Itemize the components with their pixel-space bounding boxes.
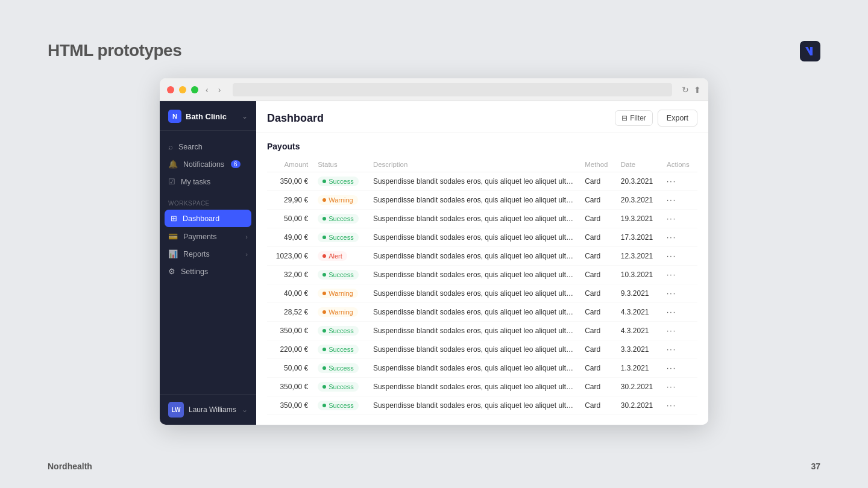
- table-row: 49,00 € Success Suspendisse blandit soda…: [267, 228, 697, 247]
- col-header-method: Method: [580, 157, 616, 172]
- forward-button[interactable]: ›: [216, 84, 224, 96]
- export-button[interactable]: Export: [658, 110, 697, 127]
- header-actions: ⊟ Filter Export: [615, 110, 697, 127]
- search-label: Search: [178, 143, 203, 151]
- cell-method: Card: [580, 340, 616, 359]
- cell-method: Card: [580, 210, 616, 228]
- cell-amount: 49,00 €: [267, 228, 313, 247]
- filter-label: Filter: [630, 114, 646, 122]
- table-row: 29,90 € Warning Suspendisse blandit soda…: [267, 191, 697, 210]
- cell-status: Alert: [313, 247, 368, 266]
- status-badge: Warning: [318, 307, 358, 317]
- cell-status: Warning: [313, 303, 368, 322]
- workspace-section-label: Workspace: [160, 193, 256, 209]
- row-actions-button[interactable]: ···: [662, 378, 697, 396]
- sidebar-item-reports[interactable]: 📊 Reports ›: [160, 245, 256, 263]
- user-chevron-icon: ⌄: [242, 405, 248, 414]
- traffic-light-red[interactable]: [167, 86, 174, 93]
- status-dot-icon: [322, 329, 326, 333]
- main-header: Dashboard ⊟ Filter Export: [256, 101, 708, 133]
- filter-icon: ⊟: [621, 114, 627, 122]
- sidebar-item-payments[interactable]: 💳 Payments ›: [160, 228, 256, 245]
- status-badge: Alert: [318, 251, 347, 261]
- sidebar-item-settings[interactable]: ⚙ Settings: [160, 263, 256, 280]
- cell-method: Card: [580, 172, 616, 191]
- row-actions-button[interactable]: ···: [662, 340, 697, 359]
- cell-description: Suspendisse blandit sodales eros, quis a…: [368, 340, 580, 359]
- status-badge: Success: [318, 345, 359, 354]
- status-dot-icon: [322, 366, 326, 370]
- cell-date: 3.3.2021: [616, 340, 662, 359]
- cell-amount: 50,00 €: [267, 359, 313, 378]
- dashboard-icon: ⊞: [171, 214, 177, 223]
- traffic-light-green[interactable]: [191, 86, 198, 93]
- status-badge: Success: [318, 214, 359, 224]
- clinic-name: Bath Clinic: [186, 112, 227, 121]
- back-button[interactable]: ‹: [203, 84, 211, 96]
- row-actions-button[interactable]: ···: [662, 210, 697, 228]
- cell-description: Suspendisse blandit sodales eros, quis a…: [368, 303, 580, 322]
- row-actions-button[interactable]: ···: [662, 322, 697, 340]
- row-actions-button[interactable]: ···: [662, 303, 697, 322]
- cell-amount: 350,00 €: [267, 322, 313, 340]
- status-badge: Warning: [318, 289, 358, 298]
- payouts-table: Amount Status Description Method Date Ac…: [267, 157, 697, 415]
- notifications-label: Notifications: [183, 160, 224, 169]
- status-dot-icon: [322, 292, 326, 295]
- status-dot-icon: [322, 273, 326, 277]
- row-actions-button[interactable]: ···: [662, 266, 697, 284]
- status-badge: Success: [318, 177, 359, 186]
- row-actions-button[interactable]: ···: [662, 396, 697, 415]
- cell-method: Card: [580, 228, 616, 247]
- clinic-chevron-icon[interactable]: ⌄: [242, 112, 248, 120]
- sidebar-header: N Bath Clinic ⌄: [160, 101, 256, 131]
- table-section: Payouts Amount Status Description Method…: [256, 133, 708, 425]
- row-actions-button[interactable]: ···: [662, 191, 697, 210]
- cell-description: Suspendisse blandit sodales eros, quis a…: [368, 322, 580, 340]
- sidebar-item-my-tasks[interactable]: ☑ My tasks: [160, 173, 256, 190]
- my-tasks-label: My tasks: [181, 178, 210, 186]
- status-dot-icon: [322, 198, 326, 202]
- cell-amount: 29,90 €: [267, 191, 313, 210]
- footer-page-num: 37: [811, 461, 820, 471]
- user-profile[interactable]: LW Laura Williams ⌄: [160, 394, 256, 425]
- table-row: 50,00 € Success Suspendisse blandit soda…: [267, 210, 697, 228]
- row-actions-button[interactable]: ···: [662, 172, 697, 191]
- cell-date: 10.3.2021: [616, 266, 662, 284]
- cell-description: Suspendisse blandit sodales eros, quis a…: [368, 359, 580, 378]
- cell-status: Warning: [313, 284, 368, 303]
- sidebar-item-notifications[interactable]: 🔔 Notifications 6: [160, 155, 256, 173]
- col-header-actions: Actions: [662, 157, 697, 172]
- url-bar[interactable]: [233, 83, 672, 96]
- reports-chevron-icon: ›: [245, 251, 248, 258]
- row-actions-button[interactable]: ···: [662, 284, 697, 303]
- cell-status: Success: [313, 378, 368, 396]
- cell-date: 9.3.2021: [616, 284, 662, 303]
- row-actions-button[interactable]: ···: [662, 228, 697, 247]
- sidebar-item-dashboard[interactable]: ⊞ Dashboard: [165, 210, 251, 227]
- page-title: Dashboard: [267, 112, 324, 125]
- traffic-light-yellow[interactable]: [179, 86, 186, 93]
- payments-chevron-icon: ›: [245, 233, 248, 240]
- cell-method: Card: [580, 359, 616, 378]
- status-badge: Success: [318, 270, 359, 280]
- status-dot-icon: [322, 254, 326, 258]
- cell-description: Suspendisse blandit sodales eros, quis a…: [368, 210, 580, 228]
- share-icon[interactable]: ⬆: [694, 85, 701, 95]
- reload-icon[interactable]: ↻: [682, 85, 689, 95]
- filter-button[interactable]: ⊟ Filter: [615, 110, 653, 126]
- page-bg-title: HTML prototypes: [48, 41, 181, 60]
- main-content: Dashboard ⊟ Filter Export Payouts Amount…: [256, 101, 708, 425]
- cell-amount: 50,00 €: [267, 210, 313, 228]
- row-actions-button[interactable]: ···: [662, 247, 697, 266]
- cell-status: Success: [313, 396, 368, 415]
- cell-description: Suspendisse blandit sodales eros, quis a…: [368, 284, 580, 303]
- cell-date: 4.3.2021: [616, 322, 662, 340]
- row-actions-button[interactable]: ···: [662, 359, 697, 378]
- notification-badge: 6: [231, 160, 241, 168]
- cell-method: Card: [580, 247, 616, 266]
- sidebar-item-search[interactable]: ⌕ Search: [160, 138, 256, 155]
- cell-description: Suspendisse blandit sodales eros, quis a…: [368, 247, 580, 266]
- cell-amount: 1023,00 €: [267, 247, 313, 266]
- bell-icon: 🔔: [168, 160, 178, 169]
